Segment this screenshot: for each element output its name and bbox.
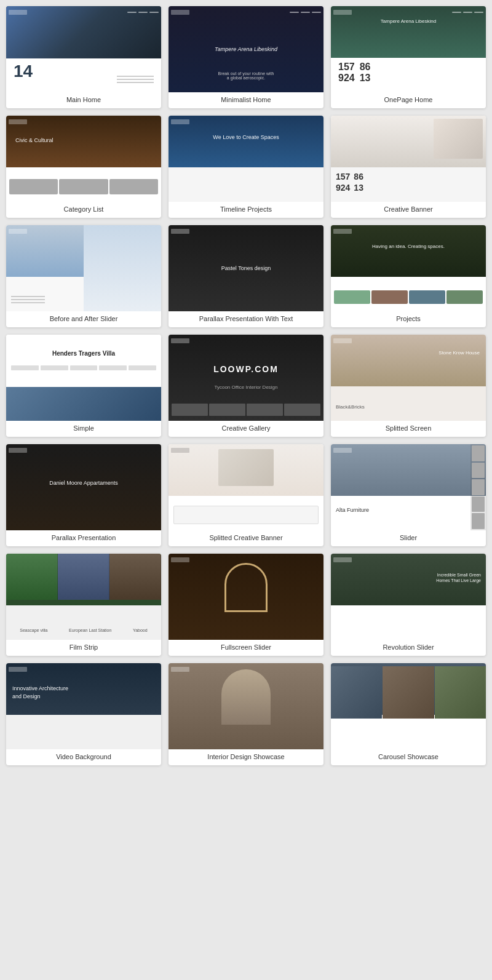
logo-icon <box>171 338 189 343</box>
logo-icon <box>333 338 352 343</box>
card-image-parallax-presentation <box>6 444 161 530</box>
logo-icon <box>171 10 189 15</box>
card-splitted-screen[interactable]: Black&Bricks Splitted Screen <box>331 335 486 437</box>
card-parallax-presentation[interactable]: Parallax Presentation <box>6 444 161 546</box>
card-label-slider: Slider <box>331 530 486 546</box>
card-image-creative-gallery: Tycoon Office Interior Design <box>169 335 323 421</box>
menu-icon <box>290 12 321 13</box>
card-image-timeline-projects <box>169 116 323 202</box>
card-label-fullscreen-slider: Fullscreen Slider <box>169 640 323 656</box>
card-label-carousel-showcase: Carousel Showcase <box>331 749 486 765</box>
card-creative-banner[interactable]: 15786 92413 Creative Banner <box>331 116 486 218</box>
card-film-strip[interactable]: Seascape villa European Last Station Yab… <box>6 554 161 656</box>
card-image-carousel-showcase <box>331 663 486 749</box>
card-label-category-list: Category List <box>6 202 161 218</box>
card-label-simple: Simple <box>6 421 161 437</box>
card-image-fullscreen-slider <box>169 554 323 640</box>
card-onepage-home[interactable]: 15786 92413 OnePage Home <box>331 6 486 108</box>
logo-icon <box>171 229 189 234</box>
card-image-revolution-slider <box>331 554 486 640</box>
card-creative-gallery[interactable]: Tycoon Office Interior Design Creative G… <box>169 335 323 437</box>
card-slider[interactable]: Slider <box>331 444 486 546</box>
card-simple[interactable]: Henders Tragers Villa Simple <box>6 335 161 437</box>
card-label-onepage-home: OnePage Home <box>331 92 486 108</box>
card-revolution-slider[interactable]: Revolution Slider <box>331 554 486 656</box>
menu-icon <box>452 12 483 13</box>
card-image-parallax-presentation-text <box>169 225 323 311</box>
logo-icon <box>171 119 189 124</box>
card-label-revolution-slider: Revolution Slider <box>331 640 486 656</box>
logo-icon <box>9 667 27 672</box>
card-splitted-creative-banner[interactable]: Splitted Creative Banner <box>169 444 323 546</box>
card-label-interior-design-showcase: Interior Design Showcase <box>169 749 323 765</box>
logo-icon <box>333 229 352 234</box>
card-image-simple: Henders Tragers Villa <box>6 335 161 421</box>
card-fullscreen-slider[interactable]: Fullscreen Slider <box>169 554 323 656</box>
card-minimalist-home[interactable]: Break out of your routine witha global a… <box>169 6 323 108</box>
card-image-category-list <box>6 116 161 202</box>
logo-icon <box>9 119 27 124</box>
card-label-parallax-presentation: Parallax Presentation <box>6 530 161 546</box>
card-label-parallax-presentation-text: Parallax Presentation With Text <box>169 311 323 327</box>
card-image-film-strip: Seascape villa European Last Station Yab… <box>6 554 161 640</box>
logo-icon <box>9 448 27 453</box>
card-image-main-home: 14 <box>6 6 161 92</box>
theme-showcase-grid: 14 Main Home Break out of your routine w… <box>6 6 486 765</box>
logo-icon <box>333 10 352 15</box>
card-main-home[interactable]: 14 Main Home <box>6 6 161 108</box>
logo-icon <box>171 557 189 562</box>
card-label-splitted-screen: Splitted Screen <box>331 421 486 437</box>
card-label-creative-gallery: Creative Gallery <box>169 421 323 437</box>
logo-icon <box>333 448 352 453</box>
card-label-main-home: Main Home <box>6 92 161 108</box>
menu-icon <box>127 12 159 13</box>
logo-icon <box>333 557 352 562</box>
card-image-splitted-screen: Black&Bricks <box>331 335 486 421</box>
card-image-interior-design-showcase <box>169 663 323 749</box>
card-interior-design-showcase[interactable]: Interior Design Showcase <box>169 663 323 765</box>
card-image-before-after <box>6 225 161 311</box>
card-video-background[interactable]: Video Background <box>6 663 161 765</box>
card-image-minimalist-home: Break out of your routine witha global a… <box>169 6 323 92</box>
logo-icon <box>171 448 189 453</box>
card-parallax-presentation-text[interactable]: Parallax Presentation With Text <box>169 225 323 327</box>
card-image-onepage-home: 15786 92413 <box>331 6 486 92</box>
card-label-projects: Projects <box>331 311 486 327</box>
card-image-splitted-creative-banner <box>169 444 323 530</box>
card-image-creative-banner: 15786 92413 <box>331 116 486 202</box>
card-label-video-background: Video Background <box>6 749 161 765</box>
card-projects[interactable]: Projects <box>331 225 486 327</box>
card-label-creative-banner: Creative Banner <box>331 202 486 218</box>
card-image-slider <box>331 444 486 530</box>
card-label-splitted-creative-banner: Splitted Creative Banner <box>169 530 323 546</box>
logo-icon <box>171 667 189 672</box>
card-label-minimalist-home: Minimalist Home <box>169 92 323 108</box>
card-label-film-strip: Film Strip <box>6 640 161 656</box>
logo-icon <box>9 10 27 15</box>
card-image-video-background <box>6 663 161 749</box>
card-category-list[interactable]: Category List <box>6 116 161 218</box>
card-carousel-showcase[interactable]: Carousel Showcase <box>331 663 486 765</box>
card-label-timeline-projects: Timeline Projects <box>169 202 323 218</box>
card-label-before-after: Before and After Slider <box>6 311 161 327</box>
card-image-projects <box>331 225 486 311</box>
logo-icon <box>9 229 27 234</box>
card-before-after[interactable]: Before and After Slider <box>6 225 161 327</box>
card-timeline-projects[interactable]: Timeline Projects <box>169 116 323 218</box>
